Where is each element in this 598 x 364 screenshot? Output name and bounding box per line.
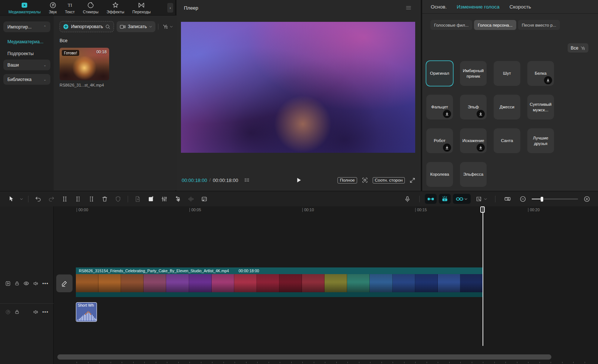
media-thumbnail[interactable]: Готово! 00:18 — [60, 48, 109, 80]
sidebar-item-subprojects[interactable]: Подпроекты — [0, 48, 54, 60]
duration-badge: 00:18 — [96, 50, 107, 54]
voice-card-6[interactable]: Джесси — [494, 95, 520, 119]
keyframe-button[interactable] — [198, 193, 211, 205]
select-tool-dropdown[interactable] — [18, 193, 25, 205]
video-clip[interactable]: RS8626_315154_Friends_Celebrating_Party_… — [76, 267, 483, 297]
voice-card-8[interactable]: Робот — [426, 128, 453, 153]
split-left-button[interactable] — [71, 193, 85, 205]
waveform-icon — [188, 196, 194, 202]
voice-card-1[interactable]: Имбирный пряник — [460, 61, 487, 86]
voice-card-13[interactable]: Эльфесса — [460, 162, 487, 187]
link-clips-button[interactable] — [453, 194, 471, 204]
split-right-button[interactable] — [85, 193, 98, 205]
adjust-button[interactable] — [158, 193, 171, 205]
download-icon[interactable] — [477, 110, 485, 118]
voice-card-9[interactable]: Искажение — [460, 128, 487, 153]
mask-button[interactable] — [111, 193, 125, 205]
voice-enhance-button[interactable] — [171, 193, 184, 205]
quality-button[interactable]: Полное — [337, 177, 357, 183]
voice-card-7[interactable]: Суетливый мужск... — [527, 95, 554, 119]
tab-basic[interactable]: Основ. — [431, 4, 447, 10]
edit-track-button[interactable] — [56, 274, 73, 292]
tab-stickers[interactable]: Стикеры — [80, 0, 102, 16]
zoom-in-button[interactable] — [580, 193, 594, 205]
media-filter-button[interactable] — [161, 21, 175, 32]
voice-card-11[interactable]: Лучшие друзья — [527, 128, 554, 153]
download-icon[interactable] — [544, 76, 552, 84]
audio-track-icon[interactable] — [5, 309, 11, 315]
lock-icon[interactable] — [14, 281, 20, 286]
tab-audio[interactable]: Звук — [46, 0, 60, 16]
audio-clip[interactable]: Short Wh — [76, 302, 97, 322]
timeline-ruler[interactable]: 00:0000:0500:1000:1500:20 — [54, 206, 598, 215]
voice-card-3[interactable]: Белка — [527, 61, 554, 86]
focus-icon[interactable] — [362, 177, 368, 183]
play-button[interactable] — [295, 177, 302, 183]
playhead-handle[interactable] — [480, 206, 485, 213]
download-icon[interactable] — [477, 144, 485, 152]
redo-button[interactable] — [45, 193, 58, 205]
chevron-down-icon: ⌄ — [43, 78, 46, 81]
svg-text:TI: TI — [68, 3, 72, 8]
tab-voice-change[interactable]: Изменение голоса — [457, 4, 500, 10]
video-clip-titlebar: RS8626_315154_Friends_Celebrating_Party_… — [76, 267, 483, 274]
chip-voice-filters[interactable]: Голосовые фил... — [430, 20, 472, 30]
voices-filter-button[interactable]: Все — [568, 43, 588, 53]
eye-icon[interactable] — [23, 280, 29, 286]
track-more-button[interactable]: ••• — [42, 281, 48, 286]
chip-character-voices[interactable]: Голоса персона... — [474, 20, 516, 30]
download-icon[interactable] — [443, 110, 451, 118]
waveform-bar — [94, 318, 95, 321]
voice-card-2[interactable]: Шут — [494, 61, 520, 86]
tab-media[interactable]: Медиаматериалы — [5, 0, 44, 16]
zoom-slider-handle[interactable] — [541, 197, 543, 202]
split-button[interactable] — [58, 193, 71, 205]
tab-transitions[interactable]: Переходы — [129, 0, 154, 16]
voice-card-0[interactable]: Оригинал — [426, 61, 453, 86]
record-button[interactable]: Записать — [117, 21, 155, 32]
timeline-zoom-slider[interactable] — [532, 195, 578, 203]
mirror-preview-button[interactable] — [473, 193, 490, 205]
video-track-icon[interactable] — [5, 281, 11, 286]
tab-text[interactable]: TI Текст — [61, 0, 78, 16]
sidebar-item-library[interactable]: Библиотека ⌄ — [3, 74, 50, 85]
add-doc-button[interactable] — [131, 193, 144, 205]
magnet-snap-button[interactable] — [425, 194, 437, 204]
voice-card-10[interactable]: Санта — [494, 128, 520, 153]
timeline-preview-button[interactable] — [501, 193, 514, 205]
tab-effects[interactable]: Эффекты — [103, 0, 128, 16]
delete-button[interactable] — [98, 193, 111, 205]
aspect-ratio-button[interactable]: Соотн. сторон — [373, 177, 405, 183]
speaker-icon[interactable] — [33, 309, 38, 315]
filmstrip-frame — [121, 274, 144, 292]
fullscreen-icon[interactable] — [409, 177, 416, 183]
sticker-effect-button[interactable] — [144, 193, 158, 205]
speaker-icon[interactable] — [33, 281, 38, 286]
record-voiceover-button[interactable] — [401, 193, 414, 205]
playhead[interactable] — [483, 206, 483, 346]
audio-waveform-button[interactable] — [184, 193, 198, 205]
undo-button[interactable] — [31, 193, 45, 205]
select-tool-button[interactable] — [4, 193, 18, 205]
sidebar-item-import[interactable]: Импортир... ⌃ — [3, 21, 50, 32]
voice-card-5[interactable]: Эльф — [460, 95, 487, 119]
chip-song-instead[interactable]: Песня вместо р... — [518, 20, 560, 30]
import-button[interactable]: Импортировать — [60, 21, 114, 32]
auto-snap-button[interactable] — [439, 194, 451, 204]
player-menu-icon[interactable] — [405, 4, 412, 11]
ruler-label: 00:00 — [77, 208, 88, 212]
lock-icon[interactable] — [14, 309, 20, 314]
expand-tabs-button[interactable]: › — [167, 3, 173, 13]
voice-card-12[interactable]: Королева — [426, 162, 453, 187]
download-icon[interactable] — [443, 144, 451, 152]
sidebar-item-yours[interactable]: Ваши ⌄ — [3, 60, 50, 70]
frames-icon[interactable] — [243, 177, 250, 183]
player-title: Плеер — [184, 5, 198, 11]
sidebar-item-media[interactable]: Медиаматериа... — [0, 36, 54, 48]
tab-speed[interactable]: Скорость — [510, 4, 531, 10]
voice-card-4[interactable]: Фальцет — [426, 95, 453, 119]
zoom-out-button[interactable] — [516, 193, 530, 205]
timeline-horizontal-scrollbar[interactable] — [57, 354, 551, 360]
track-more-button[interactable]: ••• — [42, 309, 48, 315]
camera-icon — [120, 24, 126, 30]
